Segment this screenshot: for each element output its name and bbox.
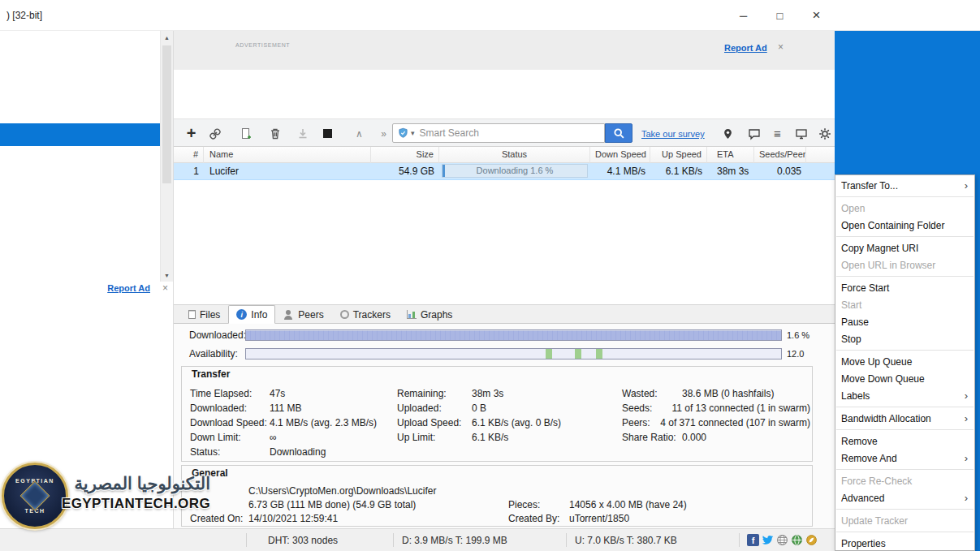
menu-item-open-containing-folder[interactable]: Open Containing Folder	[835, 217, 974, 234]
menu-item-remove[interactable]: Remove	[835, 433, 974, 450]
start-download-button[interactable]	[296, 127, 309, 140]
sidebar-ad-close-icon[interactable]: ×	[162, 282, 168, 294]
tab-trackers[interactable]: Trackers	[332, 306, 399, 323]
menu-item-update-tracker[interactable]: Update Tracker	[835, 512, 974, 529]
minimize-button[interactable]: ─	[725, 0, 762, 31]
menu-item-bandwidth-allocation[interactable]: Bandwidth Allocation›	[835, 410, 974, 427]
menu-separator	[836, 236, 974, 237]
menu-item-properties[interactable]: Properties	[835, 535, 974, 551]
menu-item-stop[interactable]: Stop	[835, 330, 974, 347]
menu-item-open-url-in-browser[interactable]: Open URL in Browser	[835, 256, 974, 273]
eco-leaf-icon[interactable]	[805, 534, 818, 546]
tab-graphs[interactable]: Graphs	[399, 306, 460, 323]
web-globe-icon[interactable]	[776, 534, 788, 546]
devices-button[interactable]	[794, 127, 808, 140]
facebook-icon[interactable]: f	[747, 534, 759, 546]
tab-peers[interactable]: Peers	[275, 306, 331, 323]
downloaded-label: Downloaded:	[190, 402, 270, 417]
main-window: ▲ ▼ Report Ad × ADVERTISEMENT Report Ad …	[0, 31, 835, 551]
time-elapsed-value: 47s	[270, 388, 285, 402]
status-label: Status:	[190, 446, 270, 461]
menu-item-transfer-to[interactable]: Transfer To...›	[835, 177, 974, 194]
add-torrent-button[interactable]: +	[184, 127, 198, 140]
menu-item-advanced[interactable]: Advanced›	[835, 489, 974, 506]
survey-link[interactable]: Take our survey	[641, 129, 705, 139]
column-header-size[interactable]: Size	[371, 147, 439, 163]
torrent-status-text: Downloading 1.6 %	[443, 165, 587, 177]
share-ratio-value: 0.000	[682, 432, 706, 446]
status-value: Downloading	[270, 446, 326, 461]
menu-item-move-up-queue[interactable]: Move Up Queue	[835, 353, 974, 370]
move-up-queue-button[interactable]: ∧	[352, 127, 366, 140]
preferences-button[interactable]	[818, 127, 831, 140]
maximize-button[interactable]: □	[762, 0, 798, 31]
context-menu: Transfer To...› Open Open Containing Fol…	[835, 174, 975, 551]
torrent-down-speed: 4.1 MB/s	[590, 163, 650, 179]
top-report-ad-link[interactable]: Report Ad	[724, 43, 767, 53]
availability-value: 12.0	[787, 349, 818, 359]
detailed-view-button[interactable]: ≡	[771, 127, 784, 140]
window-title: ) [32-bit]	[6, 10, 42, 21]
menu-item-copy-magnet-uri[interactable]: Copy Magnet URI	[835, 239, 974, 256]
scroll-down-icon[interactable]: ▼	[161, 269, 173, 282]
scrollbar-thumb[interactable]	[162, 45, 171, 183]
twitter-icon[interactable]	[762, 534, 774, 546]
sidebar-ad-header: Report Ad ×	[0, 282, 173, 295]
column-header-status[interactable]: Status	[439, 147, 590, 163]
menu-item-remove-and[interactable]: Remove And›	[835, 450, 974, 467]
menu-item-move-down-queue[interactable]: Move Down Queue	[835, 370, 974, 387]
search-engine-caret-icon[interactable]: ▾	[411, 129, 415, 137]
search-box[interactable]: ▾ Smart Search	[392, 123, 605, 143]
statusbar-separator	[246, 533, 247, 547]
column-header-seeds-peers[interactable]: Seeds/Peers	[754, 147, 806, 163]
sidebar-category-list[interactable]	[0, 31, 173, 282]
torrent-seeds-peers: 0.035	[754, 163, 806, 179]
dht-status: DHT: 303 nodes	[268, 535, 338, 546]
column-header-eta[interactable]: ETA	[707, 147, 754, 163]
toolbar-overflow-button[interactable]: »	[377, 127, 391, 140]
chat-bubble-icon	[748, 127, 761, 140]
add-link-button[interactable]	[208, 127, 222, 140]
column-header-num[interactable]: #	[174, 147, 204, 163]
remove-torrent-button[interactable]	[268, 127, 282, 140]
tab-info[interactable]: i Info	[228, 305, 275, 324]
sidebar-report-ad-link[interactable]: Report Ad	[107, 283, 150, 293]
download-total-status: D: 3.9 MB/s T: 199.9 MB	[402, 535, 507, 546]
close-button[interactable]: ×	[798, 0, 835, 31]
tab-files[interactable]: Files	[180, 306, 228, 323]
torrent-up-speed: 6.1 KB/s	[650, 163, 707, 179]
upload-total-status: U: 7.0 KB/s T: 380.7 KB	[575, 535, 677, 546]
title-bar: ) [32-bit] ─ □ ×	[0, 0, 980, 31]
menu-item-force-start[interactable]: Force Start	[835, 279, 974, 296]
top-ad-close-icon[interactable]: ×	[778, 41, 784, 53]
general-group: General C:\Users\CryptoMen.org\Downloads…	[181, 465, 813, 527]
sidebar-scrollbar[interactable]: ▲ ▼	[160, 31, 173, 282]
menu-item-labels[interactable]: Labels›	[835, 387, 974, 404]
info-icon: i	[236, 309, 247, 320]
seeds-label: Seeds:	[622, 402, 671, 417]
search-engine-shield-icon	[398, 127, 408, 139]
availability-bar-label: Availability:	[189, 348, 245, 359]
torrent-status-cell: Downloading 1.6 %	[439, 163, 590, 179]
sidebar-selected-category[interactable]	[0, 123, 160, 146]
menu-item-force-re-check[interactable]: Force Re-Check	[835, 472, 974, 489]
uploaded-label: Uploaded:	[397, 402, 472, 417]
detail-tab-bar: Files i Info Peers Trackers Graphs	[174, 304, 835, 324]
menu-item-pause[interactable]: Pause	[835, 313, 974, 330]
column-header-down-speed[interactable]: Down Speed	[590, 147, 650, 163]
search-button[interactable]	[605, 123, 632, 143]
torrent-row[interactable]: 1 Lucifer 54.9 GB Downloading 1.6 % 4.1 …	[174, 163, 835, 180]
scroll-up-icon[interactable]: ▲	[161, 31, 173, 44]
remote-access-button[interactable]	[721, 127, 735, 140]
column-header-name[interactable]: Name	[204, 147, 371, 163]
menu-item-start[interactable]: Start	[835, 296, 974, 313]
stop-button[interactable]	[321, 127, 335, 140]
menu-separator	[836, 196, 974, 197]
search-input[interactable]: Smart Search	[420, 127, 479, 139]
column-header-up-speed[interactable]: Up Speed	[650, 147, 707, 163]
magnifier-icon	[613, 127, 625, 140]
chat-button[interactable]	[747, 127, 761, 140]
create-torrent-button[interactable]	[239, 127, 253, 140]
network-globe-icon[interactable]	[791, 534, 803, 546]
menu-item-open[interactable]: Open	[835, 200, 974, 217]
